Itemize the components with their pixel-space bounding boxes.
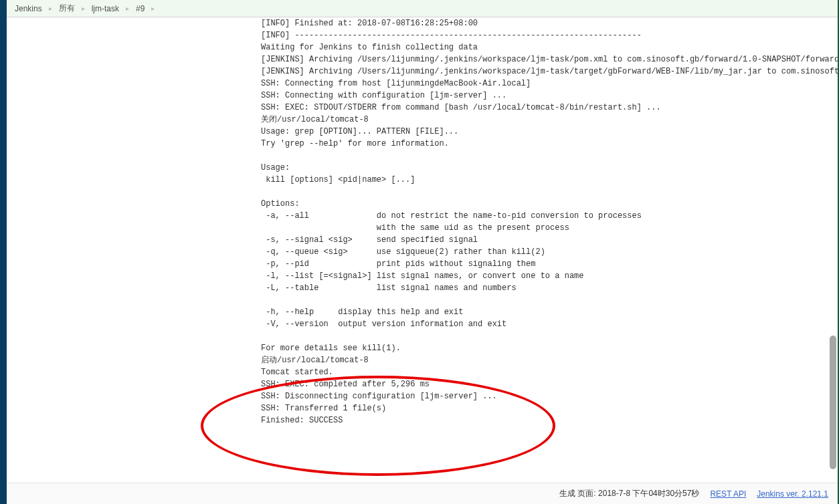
- console-output: [INFO] Finished at: 2018-07-08T16:28:25+…: [261, 17, 838, 426]
- breadcrumb: Jenkins ▸ 所有 ▸ ljm-task ▸ #9 ▸: [7, 0, 838, 17]
- chevron-right-icon: ▸: [126, 5, 129, 12]
- chevron-right-icon: ▸: [82, 5, 85, 12]
- chevron-right-icon: ▸: [49, 5, 52, 12]
- breadcrumb-item-jenkins[interactable]: Jenkins: [15, 4, 42, 13]
- footer: 生成 页面: 2018-7-8 下午04时30分57秒 REST API Jen…: [7, 483, 838, 504]
- rest-api-link[interactable]: REST API: [710, 489, 746, 499]
- breadcrumb-item-all[interactable]: 所有: [59, 3, 75, 14]
- chevron-right-icon: ▸: [151, 5, 155, 12]
- page-generated-timestamp: 生成 页面: 2018-7-8 下午04时30分57秒: [559, 488, 699, 499]
- console-output-area: [INFO] Finished at: 2018-07-08T16:28:25+…: [7, 17, 838, 483]
- scrollbar-track[interactable]: [828, 17, 836, 483]
- jenkins-version-link[interactable]: Jenkins ver. 2.121.1: [757, 489, 828, 499]
- scrollbar-thumb[interactable]: [830, 336, 836, 469]
- breadcrumb-item-job[interactable]: ljm-task: [92, 4, 119, 13]
- breadcrumb-item-build[interactable]: #9: [136, 4, 145, 13]
